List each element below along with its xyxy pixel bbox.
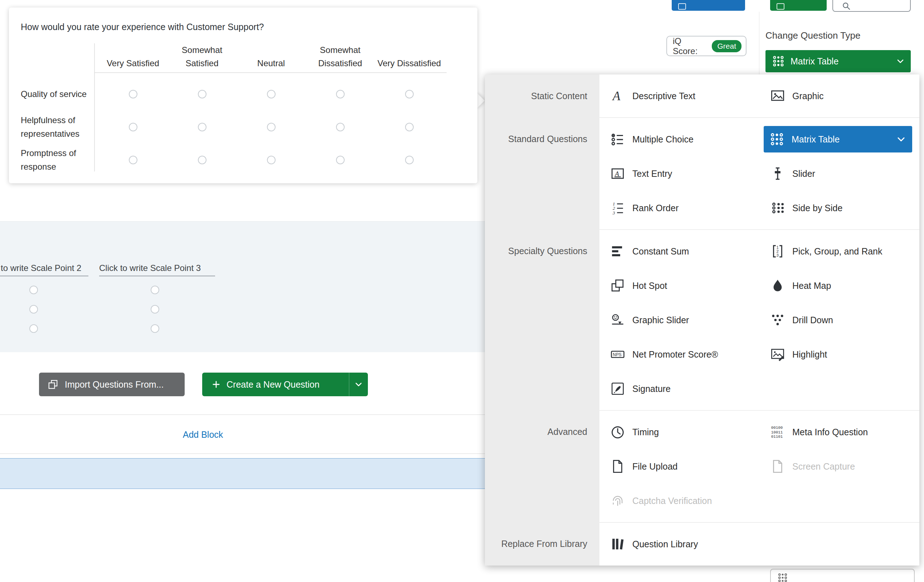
menu-item-highlight[interactable]: Highlight <box>759 337 919 372</box>
radio-button[interactable] <box>29 305 38 314</box>
svg-text:3: 3 <box>612 210 615 215</box>
captcha-icon <box>610 493 625 508</box>
menu-item-signature[interactable]: Signature <box>599 372 759 406</box>
radio-button[interactable] <box>198 156 206 164</box>
radio-button[interactable] <box>198 123 206 131</box>
signature-icon <box>610 381 625 396</box>
radio-button[interactable] <box>336 123 345 131</box>
search-icon <box>842 2 851 11</box>
matrix-rows: Quality of serviceHelpfulness of represe… <box>21 78 444 177</box>
radio-button[interactable] <box>267 123 276 131</box>
radio-button[interactable] <box>129 123 137 131</box>
toolbar-button-green[interactable] <box>770 0 827 11</box>
menu-item-side-by-side[interactable]: Side by Side <box>759 191 919 225</box>
radio-button[interactable] <box>336 156 345 164</box>
multiple-choice-icon <box>610 132 625 147</box>
menu-item-label: Drill Down <box>792 315 833 326</box>
matrix-row: Promptness of response <box>21 144 444 177</box>
menu-item-matrix-table[interactable]: Matrix Table <box>764 126 912 152</box>
add-block-link[interactable]: Add Block <box>183 430 223 440</box>
menu-category-advanced: Advanced <box>485 410 599 522</box>
menu-item-descriptive-text[interactable]: ADescriptive Text <box>599 79 759 113</box>
scale-point-header[interactable]: to write Scale Point 2 <box>1 263 81 273</box>
radio-button[interactable] <box>29 324 38 333</box>
menu-item-heat-map[interactable]: Heat Map <box>759 268 919 303</box>
menu-item-text-entry[interactable]: AText Entry <box>599 156 759 191</box>
survey-editor-screen: { "colors": { "brand_green": "#12823c", … <box>0 0 924 582</box>
question-editor-area: to write Scale Point 2 Click to write Sc… <box>0 221 485 352</box>
scale-point-header[interactable]: Click to write Scale Point 3 <box>99 263 201 273</box>
radio-button[interactable] <box>267 90 276 98</box>
meta-info-icon: 001001001101101 <box>770 425 785 440</box>
menu-item-hot-spot[interactable]: Hot Spot <box>599 268 759 303</box>
radio-button[interactable] <box>151 286 159 294</box>
radio-button[interactable] <box>29 286 38 294</box>
sidebar-bottom-button[interactable] <box>770 569 915 582</box>
create-question-dropdown[interactable] <box>349 373 368 396</box>
menu-item-net-promoter-score[interactable]: NPSNet Promoter Score® <box>599 337 759 372</box>
menu-item-label: Rank Order <box>632 203 678 213</box>
menu-item-file-upload[interactable]: File Upload <box>599 449 759 484</box>
menu-item-pick-group-and-rank[interactable]: 123Pick, Group, and Rank <box>759 234 919 268</box>
radio-button[interactable] <box>198 90 206 98</box>
menu-item-multiple-choice[interactable]: Multiple Choice <box>599 122 759 156</box>
radio-button[interactable] <box>405 90 414 98</box>
import-questions-button[interactable]: Import Questions From... <box>39 373 185 396</box>
radio-button[interactable] <box>129 156 137 164</box>
menu-item-label: Matrix Table <box>792 134 840 145</box>
menu-item-label: Meta Info Question <box>792 427 868 437</box>
menu-item-graphic[interactable]: Graphic <box>759 79 919 113</box>
radio-button[interactable] <box>151 305 159 314</box>
menu-item-screen-capture: Screen Capture <box>759 449 919 484</box>
radio-button[interactable] <box>151 324 159 333</box>
menu-item-rank-order[interactable]: 123Rank Order <box>599 191 759 225</box>
svg-text:01101: 01101 <box>771 435 783 439</box>
menu-item-graphic-slider[interactable]: Graphic Slider <box>599 303 759 337</box>
menu-item-label: Hot Spot <box>632 281 667 291</box>
toolbar-button-blue[interactable] <box>672 0 745 11</box>
change-question-type-menu: Static ContentADescriptive TextGraphicSt… <box>485 74 919 565</box>
matrix-row-label: Helpfulness of representatives <box>21 114 98 141</box>
menu-item-timing[interactable]: Timing <box>599 415 759 449</box>
heat-map-icon <box>770 278 785 293</box>
graphic-slider-icon <box>610 312 625 327</box>
screen-capture-icon <box>770 459 785 474</box>
create-question-button[interactable]: Create a New Question <box>202 373 349 396</box>
radio-button[interactable] <box>336 90 345 98</box>
timing-icon <box>610 425 625 440</box>
rank-order-icon: 123 <box>610 200 625 215</box>
menu-item-drill-down[interactable]: Drill Down <box>759 303 919 337</box>
iq-score-badge: Great <box>712 40 741 52</box>
matrix-column-header: Neutral <box>236 42 305 71</box>
svg-text:A: A <box>612 89 620 103</box>
toolbar-blue-icon <box>678 3 686 10</box>
menu-item-question-library[interactable]: Question Library <box>599 527 759 561</box>
menu-item-slider[interactable]: Slider <box>759 156 919 191</box>
menu-item-constant-sum[interactable]: Constant Sum <box>599 234 759 268</box>
text-entry-icon: A <box>610 166 625 181</box>
radio-button[interactable] <box>129 90 137 98</box>
iq-score-pill[interactable]: iQ Score: Great <box>667 36 746 56</box>
matrix-column-header: Very Satisfied <box>98 42 167 71</box>
menu-section-specialty-questions: Specialty QuestionsConstant Sum123Pick, … <box>485 230 919 410</box>
radio-button[interactable] <box>405 156 414 164</box>
menu-item-label: Text Entry <box>632 169 672 179</box>
radio-button[interactable] <box>267 156 276 164</box>
menu-item-label: Descriptive Text <box>632 91 695 101</box>
matrix-row-label: Promptness of response <box>21 146 98 174</box>
highlight-icon <box>770 347 785 362</box>
toolbar-search-button[interactable] <box>832 0 911 12</box>
matrix-divider-horizontal <box>94 72 447 73</box>
matrix-column-header: Somewhat Satisfied <box>167 42 236 71</box>
descriptive-text-icon: A <box>610 88 625 103</box>
drill-down-icon <box>770 312 785 327</box>
change-question-type-title: Change Question Type <box>766 30 860 41</box>
insert-question-indicator[interactable] <box>0 458 485 489</box>
menu-item-meta-info-question[interactable]: 001001001101101Meta Info Question <box>759 415 919 449</box>
menu-section-replace-from-library: Replace From LibraryQuestion Library <box>485 522 919 565</box>
radio-button[interactable] <box>405 123 414 131</box>
menu-item-label: Graphic Slider <box>632 315 689 326</box>
question-type-dropdown-button[interactable]: Matrix Table <box>766 50 911 72</box>
menu-item-label: Graphic <box>792 91 824 101</box>
question-library-icon <box>610 537 625 552</box>
